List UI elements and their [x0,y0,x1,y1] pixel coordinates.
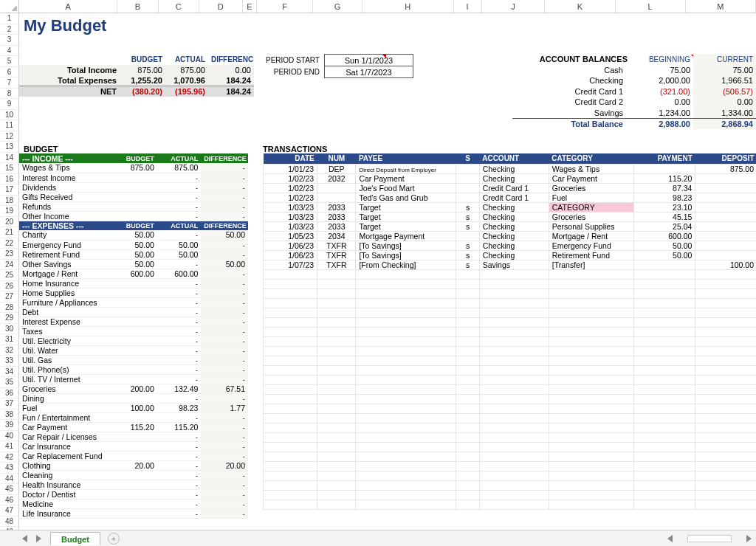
row-header-35[interactable]: 35 [0,377,18,388]
budget-row[interactable]: Medicine-- [19,499,248,508]
col-header-B[interactable]: B [117,0,158,13]
budget-row[interactable]: Car Insurance-- [19,441,248,451]
transaction-row-empty[interactable] [264,394,757,404]
budget-row[interactable]: Furniture / Appliances-- [19,297,248,307]
budget-row[interactable]: Util. Phone(s)-- [19,364,248,374]
col-header-D[interactable]: D [199,0,243,13]
transaction-row-empty[interactable] [264,442,757,452]
row-header-31[interactable]: 31 [0,334,18,345]
budget-row[interactable]: Car Repair / Licenses-- [19,432,248,441]
transaction-row-empty[interactable] [264,269,757,279]
row-header-32[interactable]: 32 [0,345,18,356]
row-header-1[interactable]: 1 [0,13,18,24]
transaction-row[interactable]: 1/02/23Ted's Gas and GrubCredit Card 1Fu… [264,193,757,202]
row-header-15[interactable]: 15 [0,163,18,174]
transaction-row[interactable]: 1/07/23TXFR[From Checking]sSavings[Trans… [264,260,757,269]
sheet-tab-budget[interactable]: Budget [50,532,100,545]
row-header-11[interactable]: 11 [0,120,18,131]
budget-row[interactable]: Gifts Received-- [19,192,248,201]
row-header-48[interactable]: 48 [0,516,18,528]
transaction-row-empty[interactable] [264,346,757,356]
transaction-row-empty[interactable] [264,375,757,384]
col-header-G[interactable]: G [313,0,362,13]
col-header-M[interactable]: M [686,0,756,13]
add-sheet-button[interactable]: + [108,533,120,545]
row-header-42[interactable]: 42 [0,452,18,463]
row-header-27[interactable]: 27 [0,291,18,303]
budget-row[interactable]: Fun / Entertainment-- [19,412,248,422]
budget-row[interactable]: Home Supplies-- [19,288,248,297]
transaction-row-empty[interactable] [264,452,757,461]
col-header-F[interactable]: F [257,0,313,13]
period-end-cell[interactable]: Sat 1/7/2023 [324,66,413,78]
transaction-row-empty[interactable] [264,500,757,509]
budget-row[interactable]: Car Payment115.20115.20- [19,422,248,432]
budget-row[interactable]: Home Insurance-- [19,278,248,288]
row-header-33[interactable]: 33 [0,356,18,367]
budget-row[interactable]: Car Replacement Fund-- [19,451,248,460]
select-all-corner[interactable] [0,0,19,13]
row-header-45[interactable]: 45 [0,484,18,495]
horizontal-scrollbar[interactable] [667,535,752,542]
scroll-right-icon[interactable] [746,535,752,542]
transaction-row-empty[interactable] [264,356,757,365]
transaction-row-empty[interactable] [264,298,757,308]
budget-row[interactable]: Util. Gas-- [19,355,248,364]
transaction-row[interactable]: 1/05/232034Mortgage PaymentCheckingMortg… [264,231,757,241]
sheet-area[interactable]: My Budget BUDGET ACTUAL DIFFERENCE Total… [19,13,756,530]
transaction-row[interactable]: 1/01/23DEPDirect Deposit from EmployerCh… [264,164,757,173]
transaction-row-empty[interactable] [264,279,757,288]
col-header-J[interactable]: J [482,0,546,13]
tab-nav-next-icon[interactable] [36,535,41,542]
transaction-row[interactable]: 1/06/23TXFR[To Savings]sCheckingRetireme… [264,250,757,260]
tab-nav-prev-icon[interactable] [22,535,27,542]
transaction-row-empty[interactable] [264,308,757,317]
row-header-13[interactable]: 13 [0,142,18,153]
row-header-22[interactable]: 22 [0,238,18,249]
transaction-row-empty[interactable] [264,490,757,500]
budget-row[interactable]: Interest Income-- [19,173,248,182]
row-header-47[interactable]: 47 [0,505,18,516]
transaction-row-empty[interactable] [264,365,757,375]
row-header-26[interactable]: 26 [0,281,18,292]
row-header-4[interactable]: 4 [0,46,18,57]
budget-row[interactable]: Dining-- [19,393,248,403]
row-header-39[interactable]: 39 [0,420,18,431]
budget-row[interactable]: Emergency Fund50.0050.00- [19,240,248,249]
transaction-row-empty[interactable] [264,384,757,394]
transaction-row-empty[interactable] [264,288,757,298]
budget-row[interactable]: Util. Electricity-- [19,336,248,345]
col-header-A[interactable]: A [19,0,117,13]
row-header-19[interactable]: 19 [0,206,18,217]
period-start-cell[interactable]: Sun 1/1/2023 [324,55,413,66]
budget-row[interactable]: Wages & Tips875.00875.00- [19,163,248,173]
row-header-40[interactable]: 40 [0,431,18,442]
row-header-2[interactable]: 2 [0,24,18,35]
row-header-23[interactable]: 23 [0,249,18,260]
budget-row[interactable]: Other Savings50.00-50.00 [19,259,248,269]
transaction-row-empty[interactable] [264,480,757,490]
transaction-row[interactable]: 1/06/23TXFR[To Savings]sCheckingEmergenc… [264,241,757,250]
row-header-20[interactable]: 20 [0,217,18,228]
row-header-6[interactable]: 6 [0,67,18,78]
row-header-36[interactable]: 36 [0,388,18,399]
row-header-29[interactable]: 29 [0,313,18,324]
budget-row[interactable]: Util. Water-- [19,345,248,355]
col-header-L[interactable]: L [616,0,686,13]
budget-row[interactable]: Debt-- [19,307,248,317]
budget-row[interactable]: Clothing20.00-20.00 [19,460,248,470]
col-header-H[interactable]: H [362,0,454,13]
budget-row[interactable]: Health Insurance-- [19,480,248,489]
row-header-9[interactable]: 9 [0,99,18,110]
col-header-K[interactable]: K [545,0,615,13]
row-header-34[interactable]: 34 [0,367,18,378]
transaction-row-empty[interactable] [264,423,757,432]
col-header-C[interactable]: C [159,0,199,13]
budget-row[interactable]: Dividends-- [19,182,248,192]
row-header-17[interactable]: 17 [0,184,18,196]
transaction-row[interactable]: 1/03/232033TargetsCheckingGroceries45.15 [264,212,757,221]
transaction-row-empty[interactable] [264,404,757,413]
budget-row[interactable]: Cleaning-- [19,470,248,480]
row-header-12[interactable]: 12 [0,131,18,142]
row-header-21[interactable]: 21 [0,227,18,238]
